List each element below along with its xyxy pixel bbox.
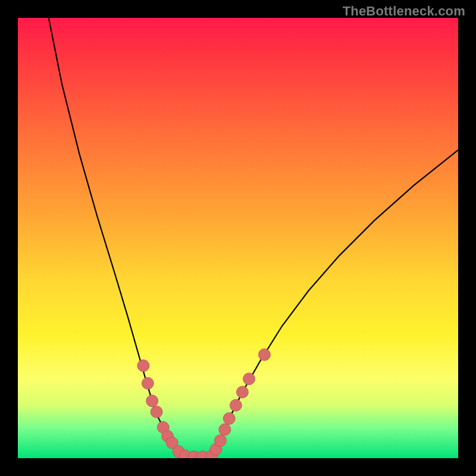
data-point-marker — [151, 406, 162, 418]
data-point-marker — [214, 434, 226, 446]
data-point-marker — [230, 399, 242, 411]
data-point-marker — [137, 360, 149, 372]
data-point-marker — [219, 424, 231, 436]
bottleneck-curve — [49, 18, 458, 458]
chart-svg — [18, 18, 458, 458]
data-point-marker — [243, 373, 255, 385]
data-point-marker — [258, 349, 270, 361]
data-point-marker — [223, 412, 235, 424]
chart-gradient-background — [18, 18, 458, 458]
data-point-marker — [146, 395, 158, 407]
marker-group — [137, 349, 271, 458]
watermark-text: TheBottleneck.com — [343, 4, 465, 19]
data-point-marker — [236, 386, 248, 398]
data-point-marker — [142, 377, 154, 389]
